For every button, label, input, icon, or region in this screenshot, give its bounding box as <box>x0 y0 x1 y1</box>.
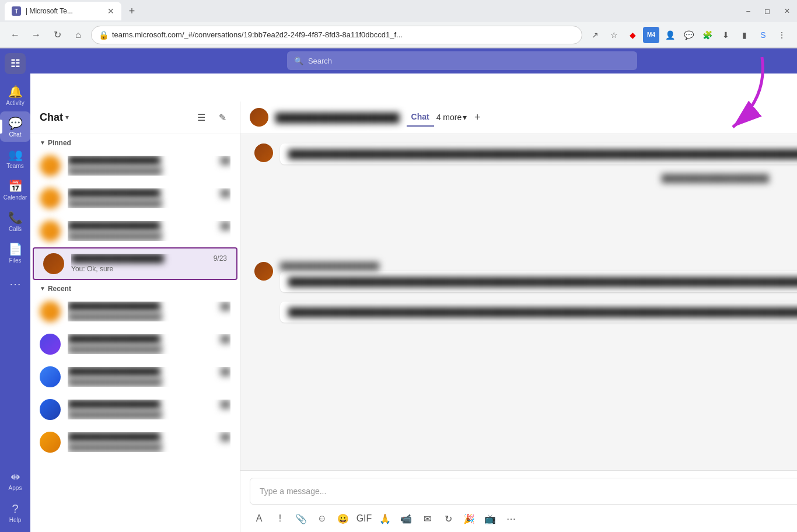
filter-button[interactable]: ☰ <box>193 109 209 125</box>
ext-icon-1[interactable]: M4 <box>643 27 659 43</box>
reload-button[interactable]: ↻ <box>49 27 65 43</box>
msg-content: ████████████████████ ███████████████████… <box>280 262 797 292</box>
attach-button[interactable]: 📎 <box>292 509 310 528</box>
opera-icon[interactable]: ◆ <box>624 27 641 43</box>
sticker-button[interactable]: 🙏 <box>376 509 394 528</box>
sidebar-item-calls[interactable]: 📞 Calls <box>0 206 30 236</box>
avatar <box>40 301 61 322</box>
message-input-box[interactable]: Type a message... ► <box>250 478 797 505</box>
chat-item-time: ██ <box>221 368 230 376</box>
ext-icon-4[interactable]: 🧩 <box>699 27 715 43</box>
delivery-button[interactable]: ✉ <box>418 509 436 528</box>
chat-item-content: ████████████████ ██ ███████████████████ <box>68 432 230 452</box>
more-toolbar-button[interactable]: ⋯ <box>502 509 520 528</box>
sidebar-icon[interactable]: ▮ <box>736 27 753 43</box>
more-options-icon[interactable]: ⋮ <box>774 27 790 43</box>
sidebar-item-apps[interactable]: ⇼ Apps <box>0 465 30 495</box>
list-item[interactable]: ████████████████ ██ ███████████████████ <box>30 149 240 182</box>
restore-button[interactable]: ◻ <box>762 5 772 18</box>
add-tab-button[interactable]: + <box>469 109 485 125</box>
list-item[interactable]: ████████████████ ██ ███████████████████ <box>30 328 240 360</box>
input-toolbar: A ! 📎 ☺ 😀 GIF 🙏 📹 ✉ ↻ 🎉 📺 <box>250 505 797 528</box>
message-group: ████████████████████████████████████████… <box>254 144 797 164</box>
ext-icon-2[interactable]: 👤 <box>662 27 678 43</box>
chat-title-chevron[interactable]: ▾ <box>65 113 69 121</box>
loop-button[interactable]: ↻ <box>439 509 457 528</box>
meet-button[interactable]: 📹 <box>397 509 415 528</box>
minimize-button[interactable]: – <box>744 5 753 18</box>
url-bar[interactable]: 🔒 teams.microsoft.com/_#/conversations/1… <box>91 26 582 44</box>
compose-button[interactable]: ✎ <box>214 109 230 125</box>
close-button[interactable]: ✕ <box>782 5 792 18</box>
chat-item-content: ████████████████ ██ ███████████████████ <box>68 334 230 354</box>
message-group-own: █████████████████████████████ <box>254 332 797 353</box>
praise-button[interactable]: 🎉 <box>460 509 478 528</box>
list-item[interactable]: ████████████████ ██ ███████████████████ <box>30 393 240 426</box>
chat-item-preview: ███████████████████ <box>68 232 162 240</box>
ext-icon-5[interactable]: ⬇ <box>718 27 734 43</box>
chat-item-name: ████████████████ <box>68 400 160 409</box>
sidebar-item-more[interactable]: ⋯ <box>0 269 30 299</box>
teams-icon: 👥 <box>8 148 23 162</box>
home-button[interactable]: ⌂ <box>70 27 86 43</box>
avatar <box>40 366 61 387</box>
format-button[interactable]: A <box>250 509 268 528</box>
back-button[interactable]: ← <box>7 27 23 43</box>
sidebar-item-activity[interactable]: 🔔 Activity <box>0 80 30 110</box>
calendar-icon: 📅 <box>8 179 23 193</box>
calls-icon: 📞 <box>8 211 23 225</box>
new-tab-button[interactable]: + <box>124 3 140 19</box>
sidebar-item-calendar[interactable]: 📅 Calendar <box>0 174 30 205</box>
sidebar-item-chat[interactable]: 💬 Chat <box>0 111 30 142</box>
sidebar-item-help[interactable]: ? Help <box>0 498 30 528</box>
emoji-button[interactable]: 😀 <box>334 509 352 528</box>
ext-icon-3[interactable]: 💬 <box>680 27 697 43</box>
search-box[interactable]: 🔍 Search <box>287 51 637 70</box>
chat-item-top: ████████████████ ██ <box>68 334 230 344</box>
avatar <box>254 144 273 162</box>
avatar <box>40 188 61 209</box>
recent-label: Recent <box>48 285 71 293</box>
chat-list: ▼ Pinned ████████████████ ██ ███████████… <box>30 134 240 532</box>
message-placeholder: Type a message... <box>260 487 326 496</box>
chat-sidebar: Chat ▾ ☰ ✎ ▼ Pinned <box>30 102 240 532</box>
share-icon[interactable]: ↗ <box>587 27 603 43</box>
chat-item-name: ████████████████ <box>68 367 160 376</box>
chat-item-name: ████████████████ <box>68 432 160 442</box>
ext-icon-6[interactable]: S <box>755 27 771 43</box>
stream-button[interactable]: 📺 <box>481 509 499 528</box>
chat-content-header: ████████████████████ Chat 4 more ▾ + 📹 📞 <box>240 102 797 134</box>
selected-chat-item[interactable]: ████████████████ 9/23 You: Ok, sure <box>33 247 237 280</box>
forward-button[interactable]: → <box>28 27 44 43</box>
address-bar: ← → ↻ ⌂ 🔒 teams.microsoft.com/_#/convers… <box>0 22 797 48</box>
avatar <box>40 220 61 242</box>
message-input-area: Type a message... ► A ! 📎 ☺ 😀 GIF <box>240 470 797 532</box>
chat-item-top: ████████████████ ██ <box>68 400 230 409</box>
active-tab[interactable]: T | Microsoft Te... ✕ <box>5 2 121 20</box>
important-button[interactable]: ! <box>271 509 289 528</box>
list-item[interactable]: ████████████████ ██ ███████████████████ <box>30 182 240 215</box>
list-item[interactable]: ████████████████ ██ ███████████████████ <box>30 295 240 328</box>
rail-nav: ☷ 🔔 Activity 💬 Chat 👥 Teams 📅 Calendar 📞 <box>0 53 30 299</box>
chat-item-name: ████████████████ <box>68 302 160 311</box>
bookmark-icon[interactable]: ☆ <box>606 27 622 43</box>
gif-button[interactable]: GIF <box>355 509 373 528</box>
list-item[interactable]: ████████████████ ██ ███████████████████ <box>30 360 240 393</box>
tab-more-label: 4 more <box>436 113 462 122</box>
tab-favicon: T <box>12 6 21 16</box>
teams-logo: ☷ <box>5 53 26 74</box>
chat-item-name: ████████████████ <box>68 188 160 198</box>
tab-more[interactable]: 4 more ▾ <box>436 113 467 122</box>
sidebar-item-teams[interactable]: 👥 Teams <box>0 143 30 173</box>
tab-close-button[interactable]: ✕ <box>107 6 114 16</box>
emoji-reactions-button[interactable]: ☺ <box>313 509 331 528</box>
msg-text: ████████████████████████████████████████… <box>288 277 797 286</box>
chat-item-preview: ███████████████████ <box>68 378 162 386</box>
chat-item-time: ██ <box>221 156 230 164</box>
list-item[interactable]: ████████████████ ██ ███████████████████ <box>30 426 240 459</box>
tab-chat[interactable]: Chat <box>407 108 434 127</box>
list-item[interactable]: ████████████████ ██ ███████████████████ <box>30 215 240 247</box>
main-area: 🔍 Search ... Chat ▾ ☰ ✎ <box>30 48 797 532</box>
avatar <box>40 399 61 420</box>
sidebar-item-files[interactable]: 📄 Files <box>0 237 30 268</box>
